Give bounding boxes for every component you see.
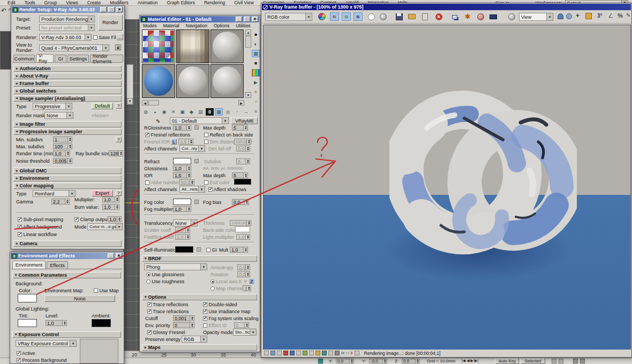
vfb-status-icon[interactable]	[283, 351, 288, 355]
background-icon[interactable]: ▦	[252, 50, 260, 57]
reflect-max-depth-field[interactable]: 5	[232, 125, 248, 131]
menu-2[interactable]: Group	[44, 0, 57, 5]
subpixel-checkbox-row[interactable]: Sub-pixel mapping	[18, 217, 63, 222]
rollout-global-dmc[interactable]: ▸Global DMC	[13, 168, 122, 174]
tab-effects[interactable]: Effects	[47, 261, 68, 269]
sampler-help-button[interactable]: ?	[116, 103, 122, 109]
double-sided-checkbox-row[interactable]: Double-sided	[203, 302, 237, 307]
vfb-status-icon[interactable]	[296, 351, 301, 355]
vfb-status-h2-icon[interactable]: H	[346, 351, 349, 355]
preset-select[interactable]: No preset selected	[39, 24, 95, 31]
render-button[interactable]: Render	[98, 14, 123, 31]
assign-material-to-selection-icon[interactable]: ◉	[160, 108, 168, 116]
me-menu-2[interactable]: Navigation	[186, 23, 207, 28]
slots-scroll-thumb[interactable]	[245, 36, 251, 48]
vfb-status-icon[interactable]	[309, 351, 314, 355]
sampler-default-button[interactable]: Default	[92, 103, 113, 109]
angle-snap-icon[interactable]: ∠	[608, 12, 613, 19]
pick-material-icon[interactable]: ✎	[156, 118, 160, 124]
status-icon[interactable]	[580, 359, 585, 363]
material-editor-titlebar[interactable]: 3 Material Editor - 01 - Default _□✕	[140, 16, 259, 22]
rollout-image-filter[interactable]: ▸Image filter	[13, 121, 122, 127]
transport-controls[interactable]: |◀ ◀ ▶ ▶|	[462, 359, 478, 363]
percent-snap-icon[interactable]: %	[618, 12, 623, 19]
x-field[interactable]: 0,0	[336, 359, 354, 363]
sampler-type-select[interactable]: Progressive	[33, 103, 72, 110]
me-menu-1[interactable]: Material	[163, 23, 179, 28]
self-illumination-map-button[interactable]	[197, 247, 201, 252]
menu-5[interactable]: Modifiers	[110, 0, 128, 5]
rollout-about-vray[interactable]: ▸About V-Ray	[13, 73, 122, 79]
material-slot-blue[interactable]	[142, 64, 175, 98]
refract-map-button[interactable]	[194, 159, 199, 163]
rollout-maps[interactable]: ▸Maps	[142, 344, 257, 351]
slots-scroll-up[interactable]: ▲	[245, 29, 251, 35]
menu-7[interactable]: Graph Editors	[167, 0, 194, 5]
exposure-control-select[interactable]: VRay Exposure Control	[16, 340, 77, 347]
use-map-checkbox-row[interactable]: Use Map	[94, 288, 119, 293]
move-icon[interactable]: +	[576, 12, 580, 19]
close-icon[interactable]: ✕	[116, 7, 123, 12]
menu-3[interactable]: Views	[66, 0, 78, 5]
tab-settings[interactable]: Settings	[67, 55, 89, 62]
get-material-icon[interactable]: ◍	[142, 108, 150, 116]
rglossiness-field[interactable]: 1,0	[173, 125, 191, 131]
max-subdivs-field[interactable]: 100	[53, 143, 72, 149]
options-icon[interactable]: ✦	[252, 88, 260, 96]
cm-expert-button[interactable]: Expert	[92, 190, 113, 196]
copy-to-clipboard-icon[interactable]	[420, 12, 429, 21]
slots-scroll-down[interactable]: ▼	[245, 92, 251, 98]
level-field[interactable]: 1,0	[46, 320, 67, 326]
ior-field[interactable]: 1,6	[173, 172, 191, 178]
status-icon[interactable]	[552, 359, 556, 363]
alpha-channel-icon[interactable]	[367, 12, 375, 21]
material-slot-checker[interactable]	[142, 29, 175, 63]
tab-common[interactable]: Common	[13, 55, 35, 62]
back-side-color-swatch[interactable]	[235, 226, 250, 232]
link-to-max-icon[interactable]	[489, 12, 498, 21]
me-menu-4[interactable]: Utilities	[236, 23, 250, 28]
axis-z[interactable]: Z	[249, 279, 254, 284]
background-color-swatch[interactable]	[18, 294, 37, 302]
render-image[interactable]	[263, 25, 631, 350]
red-channel-button[interactable]: R	[330, 12, 339, 21]
brdf-type-select[interactable]: Phong	[144, 263, 207, 270]
maximize-icon[interactable]: □	[244, 17, 250, 22]
blue-channel-button[interactable]: B	[353, 12, 363, 21]
rollout-progressive[interactable]: ▾Progressive image sampler	[13, 128, 122, 135]
close-icon[interactable]: ✕	[252, 17, 258, 22]
tab-gi[interactable]: GI	[55, 55, 66, 62]
rollout-camera[interactable]: ▸Camera	[13, 240, 122, 247]
axis-y[interactable]: Y	[244, 279, 247, 284]
exit-color-checkbox-row[interactable]: Exit color	[204, 180, 230, 185]
glossy-fresnel-checkbox-row[interactable]: Glossy Fresnel	[147, 330, 185, 335]
clamp-checkbox-row[interactable]: Clamp output	[74, 217, 109, 222]
me-menu-0[interactable]: Modes	[143, 23, 157, 28]
vfb-status-h-icon[interactable]: H	[341, 351, 344, 355]
minimize-icon[interactable]: _	[100, 7, 107, 12]
ray-bundle-field[interactable]: 128	[109, 150, 123, 156]
effect-id-checkbox-row[interactable]: Effect ID	[203, 323, 227, 328]
render-time-field[interactable]: 1,0	[53, 150, 70, 156]
multiplier-field[interactable]: 1,0	[102, 196, 119, 202]
make-preview-icon[interactable]: ▶	[252, 79, 260, 86]
clear-image-icon[interactable]: ✕	[434, 12, 443, 21]
load-image-icon[interactable]	[408, 11, 416, 20]
menu-8[interactable]: Rendering	[204, 0, 225, 5]
vfb-status-icon[interactable]	[355, 351, 359, 355]
backlight-icon[interactable]: ◐	[252, 40, 260, 48]
spinner-snap-icon[interactable]: ✎	[626, 12, 630, 18]
color-wheel-icon[interactable]	[318, 12, 326, 21]
save-file-checkbox-row[interactable]: Save File	[93, 35, 119, 40]
vfb-status-icon[interactable]	[290, 351, 295, 355]
slots-hscroll-thumb[interactable]	[148, 100, 159, 105]
renderer-select[interactable]: V-Ray Adv 3.60.03	[39, 34, 92, 41]
rollout-global-switches[interactable]: ▸Global switches	[13, 88, 122, 94]
vfb-status-icon[interactable]	[264, 351, 269, 355]
vfb-status-icon[interactable]	[303, 351, 307, 355]
menu-9[interactable]: Civil View	[234, 0, 254, 5]
green-channel-button[interactable]: G	[342, 12, 351, 21]
maximize-icon[interactable]: □	[108, 7, 115, 12]
save-image-icon[interactable]	[395, 12, 403, 21]
rollout-options[interactable]: ▾Options	[142, 294, 257, 300]
